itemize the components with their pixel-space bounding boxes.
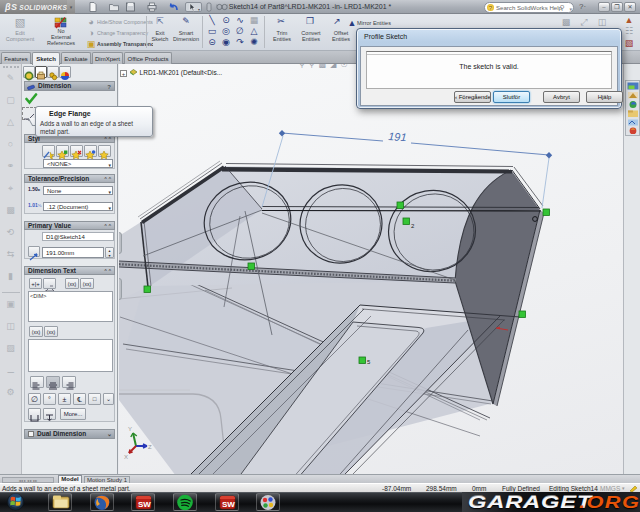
svg-text:SW: SW [222, 500, 235, 509]
svg-text:SW: SW [138, 500, 151, 509]
svg-text:X: X [124, 454, 128, 460]
svg-text:191: 191 [388, 130, 407, 143]
svg-text:Y: Y [128, 426, 132, 432]
svg-text:Z: Z [148, 444, 152, 450]
